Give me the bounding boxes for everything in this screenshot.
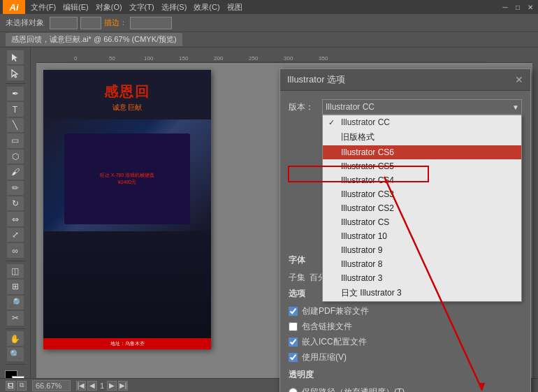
option-icc: 嵌入ICC配置文件	[289, 336, 522, 348]
svg-text:100: 100	[144, 55, 154, 61]
dialog-title-bar: Illustrator 选项 ✕	[280, 69, 530, 91]
version-dropdown[interactable]: ✓ Illustrator CC 旧版格式 Illustrator CS6	[322, 115, 522, 302]
version-row: 版本： Illustrator CC ▼ ✓ Illustrator CC	[289, 99, 522, 115]
menu-file[interactable]: 文件(F)	[28, 2, 59, 13]
transparency-option-1: 保留路径（放弃透明度）(T)	[289, 386, 522, 392]
prev-button[interactable]: ◀	[87, 381, 97, 391]
status-left: ⛾ ⧉	[6, 381, 27, 391]
dropdown-item-j3[interactable]: 日文 Illustrator 3	[323, 285, 521, 301]
version-select[interactable]: Illustrator CC	[322, 99, 522, 115]
dropdown-item-8[interactable]: Illustrator 8	[323, 257, 521, 271]
zoom-tool[interactable]: 🔍	[7, 347, 24, 361]
dropdown-item-cs4[interactable]: Illustrator CS4	[323, 173, 521, 187]
transparency-label-1: 保留路径（放弃透明度）(T)	[302, 386, 405, 392]
eyedropper-tool[interactable]: 🔎	[7, 296, 24, 310]
dropdown-label: Illustrator 3	[341, 273, 382, 283]
option-links: 包含链接文件	[289, 321, 522, 333]
option-compress-checkbox[interactable]	[289, 353, 298, 362]
horizontal-ruler: 0 50 100 150 200 250 300 350	[36, 53, 532, 63]
illustrator-options-dialog: Illustrator 选项 ✕ 版本： Illustrator CC ▼ ✓ …	[279, 68, 531, 392]
dropdown-item-9[interactable]: Illustrator 9	[323, 243, 521, 257]
toolbar-separator-4	[5, 364, 26, 365]
document-tab[interactable]: 感恩回馈，诚意巨献.ai* @ 66.67% (CMYK/预览)	[6, 33, 182, 46]
main-area: ✒ T ╲ ▭ ⬡ 🖌 ✏ ↻ ⇔ ⤢ ∞ ◫ ⊞ 🔎 ✂ ✋ 🔍	[0, 48, 538, 391]
toolbar-separator-3	[5, 328, 26, 329]
dropdown-item-cs2[interactable]: Illustrator CS2	[323, 201, 521, 215]
pen-tool[interactable]: ✒	[7, 87, 24, 101]
zoom-input[interactable]: 66.67%	[32, 380, 71, 391]
transparency-radio-1[interactable]	[289, 388, 298, 392]
dropdown-item-cc[interactable]: ✓ Illustrator CC	[323, 115, 521, 129]
dropdown-item-cs[interactable]: Illustrator CS	[323, 215, 521, 229]
svg-text:300: 300	[284, 55, 293, 61]
dropdown-label: 日文 Illustrator 3	[341, 287, 402, 299]
option-compress: 使用压缩(V)	[289, 351, 522, 363]
dropdown-label: Illustrator CS4	[341, 175, 394, 185]
dialog-close-button[interactable]: ✕	[515, 74, 523, 85]
page-navigation: |◀ ◀ 1 ▶ ▶|	[76, 381, 128, 391]
maximize-button[interactable]: □	[513, 2, 523, 12]
transparency-title: 透明度	[289, 369, 522, 381]
paint-tool[interactable]: ⬡	[7, 150, 24, 164]
dropdown-item-legacy[interactable]: 旧版格式	[323, 129, 521, 145]
dropdown-item-cs5[interactable]: Illustrator CS5	[323, 159, 521, 173]
dropdown-item-3[interactable]: Illustrator 3	[323, 271, 521, 285]
close-button[interactable]: ✕	[525, 2, 535, 12]
next-page-button[interactable]: ▶|	[118, 381, 128, 391]
svg-rect-0	[67, 53, 486, 63]
option-pdf-checkbox[interactable]	[289, 307, 298, 316]
blend-tool[interactable]: ∞	[7, 243, 24, 257]
subset-label: 子集	[289, 272, 305, 284]
menu-object[interactable]: 对象(O)	[93, 2, 125, 13]
no-select-label: 未选择对象	[3, 17, 47, 28]
line-tool[interactable]: ╲	[7, 118, 24, 132]
option-icc-checkbox[interactable]	[289, 337, 298, 347]
feather-input[interactable]	[130, 17, 172, 29]
dropdown-item-cs3[interactable]: Illustrator CS3	[323, 187, 521, 201]
hand-tool[interactable]: ✋	[7, 331, 24, 345]
mesh-tool[interactable]: ⊞	[7, 280, 24, 293]
menu-select[interactable]: 选择(S)	[159, 2, 190, 13]
toolbar-separator-2	[5, 261, 26, 261]
menu-effect[interactable]: 效果(C)	[191, 2, 222, 13]
keyboard-area: 旺达 X-780 游戏机械键盘¥2400元	[64, 133, 190, 224]
ai-logo: Ai	[3, 0, 25, 14]
scissors-tool[interactable]: ✂	[7, 311, 24, 325]
direct-selection-tool[interactable]	[7, 66, 24, 80]
selection-tool[interactable]	[7, 50, 24, 64]
ruler-marks: 0 50 100 150 200 250 300 350	[67, 53, 486, 63]
rect-tool[interactable]: ▭	[7, 133, 24, 147]
type-tool[interactable]: T	[7, 102, 24, 116]
dropdown-label: Illustrator 9	[341, 245, 382, 255]
page-number: 1	[99, 382, 106, 390]
dropdown-label: Illustrator CC	[341, 117, 390, 127]
dropdown-label: 旧版格式	[341, 131, 375, 143]
option-links-checkbox[interactable]	[289, 322, 298, 331]
menu-edit[interactable]: 编辑(E)	[60, 2, 92, 13]
scale-tool[interactable]: ⤢	[7, 228, 24, 242]
document-canvas: 感恩回 诚意 巨献 旺达 X-780 游戏机械键盘¥2400元 地址：乌鲁木齐	[43, 70, 211, 349]
dropdown-item-10[interactable]: Illustrator 10	[323, 229, 521, 243]
menu-bar[interactable]: 文件(F) 编辑(E) 对象(O) 文字(T) 选择(S) 效果(C) 视图	[28, 2, 245, 13]
options-toolbar: 未选择对象 描边：	[0, 14, 538, 32]
title-bar: Ai 文件(F) 编辑(E) 对象(O) 文字(T) 选择(S) 效果(C) 视…	[0, 0, 538, 14]
status-icon2: ⧉	[17, 381, 27, 391]
minimize-button[interactable]: ─	[500, 2, 510, 12]
dropdown-item-cs6[interactable]: Illustrator CS6	[323, 145, 521, 159]
menu-view[interactable]: 视图	[224, 2, 245, 13]
svg-text:350: 350	[319, 55, 328, 61]
pencil-tool[interactable]: ✏	[7, 181, 24, 195]
mirror-tool[interactable]: ⇔	[7, 212, 24, 226]
dropdown-label: Illustrator CS5	[341, 161, 394, 171]
menu-text[interactable]: 文字(T)	[126, 2, 157, 13]
svg-text:50: 50	[109, 55, 115, 61]
rotate-tool[interactable]: ↻	[7, 196, 24, 210]
brush-tool[interactable]: 🖌	[7, 165, 24, 179]
svg-text:150: 150	[179, 55, 189, 61]
next-button[interactable]: ▶	[107, 381, 117, 391]
gradient-tool[interactable]: ◫	[7, 264, 24, 278]
dialog-title-text: Illustrator 选项	[287, 73, 345, 86]
option-pdf-label: 创建PDF兼容文件	[302, 305, 369, 317]
prev-page-button[interactable]: |◀	[76, 381, 86, 391]
feather-label: 描边：	[104, 17, 127, 28]
